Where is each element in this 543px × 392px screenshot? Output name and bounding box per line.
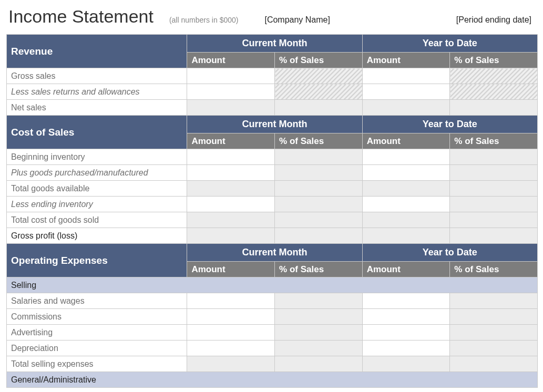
cell-hatched — [275, 68, 363, 84]
cell[interactable] — [187, 356, 275, 372]
cell[interactable] — [450, 181, 538, 197]
cell[interactable] — [187, 100, 275, 116]
cell[interactable] — [275, 325, 363, 341]
cell[interactable] — [362, 165, 450, 181]
cell[interactable] — [450, 165, 538, 181]
cell-hatched — [450, 84, 538, 100]
section-header-revenue: Revenue Current Month Year to Date — [7, 35, 538, 53]
cell[interactable] — [275, 356, 363, 372]
cell[interactable] — [275, 181, 363, 197]
cell[interactable] — [450, 149, 538, 165]
cell[interactable] — [187, 309, 275, 325]
col-pct-cm: % of Sales — [275, 53, 363, 68]
cell[interactable] — [362, 309, 450, 325]
label-beginning-inventory: Beginning inventory — [7, 149, 187, 165]
cell-hatched — [450, 68, 538, 84]
row-beginning-inventory: Beginning inventory — [7, 149, 538, 165]
cell[interactable] — [362, 197, 450, 212]
cell[interactable] — [187, 84, 275, 100]
cell[interactable] — [187, 212, 275, 228]
cell[interactable] — [450, 293, 538, 309]
cell[interactable] — [275, 341, 363, 356]
col-pct-cm: % of Sales — [275, 133, 363, 149]
row-salaries: Salaries and wages — [7, 293, 538, 309]
period-ending-placeholder[interactable]: [Period ending date] — [456, 15, 531, 25]
col-amount-cm: Amount — [187, 133, 275, 149]
label-less-ending: Less ending inventory — [7, 197, 187, 212]
col-pct-ytd: % of Sales — [450, 133, 538, 149]
subsection-general-admin: General/Administrative — [7, 372, 538, 388]
cell[interactable] — [450, 100, 538, 116]
operating-expenses-title: Operating Expenses — [7, 244, 187, 277]
revenue-title: Revenue — [7, 35, 187, 68]
cell[interactable] — [187, 197, 275, 212]
cell[interactable] — [275, 197, 363, 212]
col-amount-ytd: Amount — [362, 262, 450, 277]
cell[interactable] — [450, 197, 538, 212]
col-amount-ytd: Amount — [362, 133, 450, 149]
cell[interactable] — [450, 212, 538, 228]
cell[interactable] — [450, 325, 538, 341]
cell[interactable] — [450, 309, 538, 325]
cell[interactable] — [362, 212, 450, 228]
cell[interactable] — [362, 228, 450, 244]
cell[interactable] — [450, 341, 538, 356]
cell[interactable] — [275, 149, 363, 165]
cell[interactable] — [362, 356, 450, 372]
cell[interactable] — [275, 165, 363, 181]
label-commissions: Commissions — [7, 309, 187, 325]
label-salaries: Salaries and wages — [7, 293, 187, 309]
cell[interactable] — [362, 149, 450, 165]
label-total-selling: Total selling expenses — [7, 356, 187, 372]
cell[interactable] — [275, 100, 363, 116]
row-commissions: Commissions — [7, 309, 538, 325]
cell[interactable] — [187, 325, 275, 341]
label-gross-profit: Gross profit (loss) — [7, 228, 187, 244]
row-depreciation: Depreciation — [7, 341, 538, 356]
cell[interactable] — [275, 309, 363, 325]
row-net-sales: Net sales — [7, 100, 538, 116]
cell[interactable] — [187, 181, 275, 197]
label-net-sales: Net sales — [7, 100, 187, 116]
cell[interactable] — [187, 341, 275, 356]
section-header-cost-of-sales: Cost of Sales Current Month Year to Date — [7, 116, 538, 133]
cell[interactable] — [362, 84, 450, 100]
cell[interactable] — [275, 212, 363, 228]
row-less-returns: Less sales returns and allowances — [7, 84, 538, 100]
row-total-selling: Total selling expenses — [7, 356, 538, 372]
label-advertising: Advertising — [7, 325, 187, 341]
row-total-cogs: Total cost of goods sold — [7, 212, 538, 228]
cell[interactable] — [362, 181, 450, 197]
row-advertising: Advertising — [7, 325, 538, 341]
cell[interactable] — [187, 293, 275, 309]
col-current-month: Current Month — [187, 35, 362, 53]
company-name-placeholder[interactable]: [Company Name] — [264, 15, 330, 25]
col-pct-ytd: % of Sales — [450, 53, 538, 68]
cell[interactable] — [187, 228, 275, 244]
cell[interactable] — [362, 293, 450, 309]
col-pct-ytd: % of Sales — [450, 262, 538, 277]
cell[interactable] — [362, 68, 450, 84]
label-total-goods: Total goods available — [7, 181, 187, 197]
label-depreciation: Depreciation — [7, 341, 187, 356]
cell[interactable] — [362, 100, 450, 116]
cell[interactable] — [187, 165, 275, 181]
cell[interactable] — [275, 293, 363, 309]
cell[interactable] — [187, 149, 275, 165]
cell[interactable] — [450, 228, 538, 244]
cell-hatched — [275, 84, 363, 100]
cell[interactable] — [187, 68, 275, 84]
row-less-ending: Less ending inventory — [7, 197, 538, 212]
cell[interactable] — [275, 228, 363, 244]
income-statement-table: Revenue Current Month Year to Date Amoun… — [6, 34, 538, 388]
cell[interactable] — [362, 325, 450, 341]
col-pct-cm: % of Sales — [275, 262, 363, 277]
units-note: (all numbers in $000) — [169, 16, 239, 24]
document-header: Income Statement (all numbers in $000) [… — [6, 6, 538, 27]
cell[interactable] — [362, 341, 450, 356]
label-plus-goods: Plus goods purchased/manufactured — [7, 165, 187, 181]
cell[interactable] — [450, 356, 538, 372]
col-current-month: Current Month — [187, 116, 362, 133]
label-less-returns: Less sales returns and allowances — [7, 84, 187, 100]
col-year-to-date: Year to Date — [362, 116, 537, 133]
